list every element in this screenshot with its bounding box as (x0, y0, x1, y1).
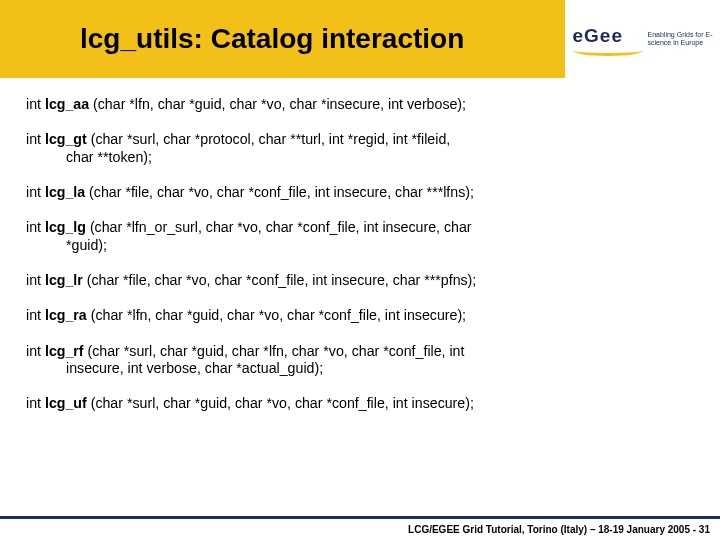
logo-text: eGee (573, 25, 623, 47)
ret-type: int (26, 96, 45, 112)
fn-sig: (char *file, char *vo, char *conf_file, … (83, 272, 477, 288)
ret-type: int (26, 307, 45, 323)
ret-type: int (26, 272, 45, 288)
logo-tagline: Enabling Grids for E-science in Europe (648, 31, 713, 47)
fn-name: lcg_lg (45, 219, 86, 235)
ret-type: int (26, 343, 45, 359)
logo-block: eGee Enabling Grids for E-science in Eur… (565, 0, 720, 78)
ret-type: int (26, 184, 45, 200)
title-block: lcg_utils: Catalog interaction (0, 0, 565, 78)
ret-type: int (26, 131, 45, 147)
fn-name: lcg_gt (45, 131, 87, 147)
ret-type: int (26, 395, 45, 411)
fn-sig: (char *lfn, char *guid, char *vo, char *… (89, 96, 466, 112)
api-line-lcg-gt: int lcg_gt (char *surl, char *protocol, … (26, 131, 694, 166)
slide-title: lcg_utils: Catalog interaction (80, 23, 464, 55)
api-line-lcg-rf: int lcg_rf (char *surl, char *guid, char… (26, 343, 694, 378)
header: lcg_utils: Catalog interaction eGee Enab… (0, 0, 720, 78)
fn-sig: (char *surl, char *guid, char *vo, char … (87, 395, 474, 411)
api-line-lcg-lg: int lcg_lg (char *lfn_or_surl, char *vo,… (26, 219, 694, 254)
fn-sig: (char *surl, char *guid, char *lfn, char… (84, 343, 465, 359)
logo-mark: eGee (573, 25, 643, 53)
ret-type: int (26, 219, 45, 235)
api-line-lcg-lr: int lcg_lr (char *file, char *vo, char *… (26, 272, 694, 289)
api-line-lcg-la: int lcg_la (char *file, char *vo, char *… (26, 184, 694, 201)
fn-sig-cont: insecure, int verbose, char *actual_guid… (26, 360, 694, 377)
fn-name: lcg_uf (45, 395, 87, 411)
fn-name: lcg_rf (45, 343, 84, 359)
fn-sig-cont: char **token); (26, 149, 694, 166)
fn-name: lcg_ra (45, 307, 87, 323)
egee-logo: eGee Enabling Grids for E-science in Eur… (573, 25, 713, 53)
fn-sig: (char *lfn_or_surl, char *vo, char *conf… (86, 219, 472, 235)
content: int lcg_aa (char *lfn, char *guid, char … (0, 78, 720, 516)
fn-name: lcg_la (45, 184, 85, 200)
fn-sig: (char *surl, char *protocol, char **turl… (87, 131, 451, 147)
api-line-lcg-aa: int lcg_aa (char *lfn, char *guid, char … (26, 96, 694, 113)
logo-swoosh-icon (573, 45, 643, 53)
fn-name: lcg_lr (45, 272, 83, 288)
footer: LCG/EGEE Grid Tutorial, Torino (Italy) –… (0, 516, 720, 540)
fn-sig: (char *lfn, char *guid, char *vo, char *… (87, 307, 466, 323)
footer-text: LCG/EGEE Grid Tutorial, Torino (Italy) –… (408, 524, 710, 535)
fn-name: lcg_aa (45, 96, 89, 112)
fn-sig: (char *file, char *vo, char *conf_file, … (85, 184, 474, 200)
slide: lcg_utils: Catalog interaction eGee Enab… (0, 0, 720, 540)
api-line-lcg-ra: int lcg_ra (char *lfn, char *guid, char … (26, 307, 694, 324)
api-line-lcg-uf: int lcg_uf (char *surl, char *guid, char… (26, 395, 694, 412)
fn-sig-cont: *guid); (26, 237, 694, 254)
